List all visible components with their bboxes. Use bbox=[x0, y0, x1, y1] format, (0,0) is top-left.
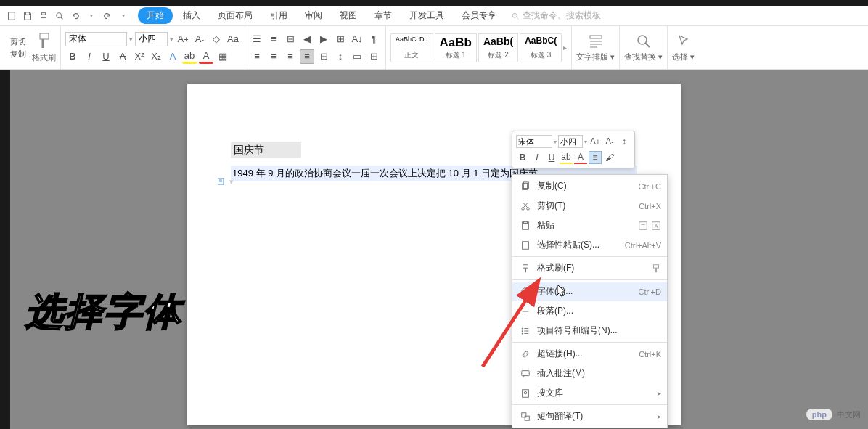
mini-format-painter[interactable]: 🖌 bbox=[603, 151, 616, 164]
undo-icon[interactable] bbox=[70, 10, 81, 22]
tab-references[interactable]: 引用 bbox=[263, 7, 295, 25]
increase-indent-button[interactable]: ▶ bbox=[316, 32, 331, 46]
ctx-copy[interactable]: 复制(C) Ctrl+C bbox=[512, 176, 667, 196]
subscript-button[interactable]: X₂ bbox=[149, 49, 163, 64]
redo-dropdown[interactable]: ▾ bbox=[118, 10, 129, 22]
painter-side-icon[interactable] bbox=[651, 263, 661, 274]
mini-increase-font[interactable]: A+ bbox=[589, 135, 602, 148]
font-icon: T bbox=[518, 287, 533, 297]
borders-button[interactable]: ⊞ bbox=[367, 49, 381, 64]
numbering-button[interactable]: ≡ bbox=[266, 32, 281, 46]
font-color-button[interactable]: A bbox=[199, 49, 213, 64]
align-right-button[interactable]: ≡ bbox=[283, 49, 298, 64]
superscript-button[interactable]: X² bbox=[132, 49, 147, 64]
svg-line-22 bbox=[523, 202, 528, 207]
mini-font-name[interactable] bbox=[516, 135, 552, 148]
bold-button[interactable]: B bbox=[65, 49, 80, 64]
increase-font-icon[interactable]: A+ bbox=[176, 32, 190, 46]
mini-font-color[interactable]: A bbox=[574, 151, 587, 164]
svg-rect-8 bbox=[40, 33, 49, 39]
preview-icon[interactable] bbox=[54, 10, 65, 22]
mini-font-size[interactable] bbox=[558, 135, 583, 148]
mini-align[interactable]: ≡ bbox=[589, 151, 602, 164]
svg-point-40 bbox=[522, 327, 523, 329]
align-left-button[interactable]: ≡ bbox=[250, 49, 264, 64]
highlight-button[interactable]: ab bbox=[182, 49, 197, 64]
shading-button[interactable]: ▦ bbox=[216, 49, 230, 64]
ctx-translate[interactable]: 短句翻译(T) ▸ bbox=[512, 406, 667, 426]
tab-member[interactable]: 会员专享 bbox=[454, 7, 504, 25]
decrease-font-icon[interactable]: A- bbox=[192, 32, 207, 46]
shading-para-button[interactable]: ▭ bbox=[350, 49, 364, 64]
tab-review[interactable]: 审阅 bbox=[298, 7, 329, 25]
ctx-comment[interactable]: 插入批注(M) bbox=[512, 364, 667, 383]
bullets-button[interactable]: ☰ bbox=[250, 32, 264, 46]
text-layout-icon[interactable] bbox=[587, 33, 605, 50]
cut-button[interactable]: 剪切 bbox=[10, 36, 26, 47]
mini-decrease-font[interactable]: A- bbox=[603, 135, 616, 148]
mini-underline[interactable]: U bbox=[545, 151, 558, 164]
format-painter-icon[interactable] bbox=[36, 32, 53, 51]
mini-highlight[interactable]: ab bbox=[560, 151, 573, 164]
copy-icon bbox=[518, 181, 533, 192]
font-name-select[interactable] bbox=[65, 32, 127, 46]
style-heading3[interactable]: AaBbC( 标题 3 bbox=[520, 33, 562, 62]
collapse-icon[interactable]: ▾ bbox=[229, 177, 234, 187]
ctx-hyperlink[interactable]: 超链接(H)... Ctrl+K bbox=[512, 344, 667, 364]
tab-start[interactable]: 开始 bbox=[138, 7, 173, 24]
tab-developer[interactable]: 开发工具 bbox=[402, 7, 451, 25]
mini-italic[interactable]: I bbox=[531, 151, 544, 164]
decrease-indent-button[interactable]: ◀ bbox=[300, 32, 314, 46]
paste-option2-icon[interactable]: A bbox=[651, 221, 661, 231]
font-size-select[interactable] bbox=[135, 32, 168, 46]
line-spacing-button[interactable]: ↕ bbox=[333, 49, 348, 64]
style-heading1[interactable]: AaBb 标题 1 bbox=[435, 33, 477, 62]
ctx-format-painter[interactable]: 格式刷(F) bbox=[512, 258, 667, 278]
tab-insert[interactable]: 插入 bbox=[176, 7, 208, 25]
undo-dropdown[interactable]: ▾ bbox=[86, 10, 97, 22]
command-search[interactable]: 查找命令、搜索模板 bbox=[511, 9, 601, 22]
clear-format-icon[interactable]: ◇ bbox=[209, 32, 224, 46]
print-icon[interactable] bbox=[38, 10, 49, 22]
distribute-button[interactable]: ⊞ bbox=[316, 49, 331, 64]
tab-layout[interactable]: 页面布局 bbox=[210, 7, 260, 25]
text-effects-button[interactable]: A bbox=[165, 49, 180, 64]
chevron-right-icon: ▸ bbox=[658, 412, 661, 420]
style-heading2[interactable]: AaBb( 标题 2 bbox=[478, 33, 518, 62]
underline-button[interactable]: U bbox=[99, 49, 113, 64]
styles-more[interactable]: ▸ bbox=[563, 44, 567, 52]
find-replace-icon[interactable] bbox=[635, 33, 652, 50]
italic-button[interactable]: I bbox=[82, 49, 97, 64]
align-center-button[interactable]: ≡ bbox=[266, 49, 281, 64]
ctx-search-lib[interactable]: 搜文库 ▸ bbox=[512, 383, 667, 403]
copy-button[interactable]: 复制 bbox=[10, 49, 26, 60]
ctx-font[interactable]: T 字体(F)... Ctrl+D bbox=[512, 282, 667, 301]
select-icon[interactable] bbox=[675, 33, 692, 50]
strike-button[interactable]: A bbox=[115, 49, 130, 64]
save-icon[interactable] bbox=[22, 10, 33, 22]
mini-bold[interactable]: B bbox=[516, 151, 529, 164]
change-case-icon[interactable]: Aa bbox=[226, 32, 240, 46]
paste-option1-icon[interactable] bbox=[638, 221, 648, 231]
sort-button[interactable]: A↓ bbox=[350, 32, 364, 46]
ctx-paragraph[interactable]: 段落(P)... bbox=[512, 301, 667, 321]
mini-line-spacing[interactable]: ↕ bbox=[618, 135, 631, 148]
tab-chapter[interactable]: 章节 bbox=[367, 7, 399, 25]
ctx-cut[interactable]: 剪切(T) Ctrl+X bbox=[512, 196, 667, 216]
align-justify-button[interactable]: ≡ bbox=[300, 49, 314, 64]
show-marks-button[interactable]: ¶ bbox=[367, 32, 381, 46]
document-title[interactable]: 国庆节 bbox=[231, 142, 301, 158]
svg-line-5 bbox=[61, 17, 63, 19]
tab-view[interactable]: 视图 bbox=[332, 7, 364, 25]
svg-rect-47 bbox=[523, 389, 529, 397]
multilevel-button[interactable]: ⊟ bbox=[283, 32, 298, 46]
redo-icon[interactable] bbox=[102, 10, 113, 22]
chevron-right-icon: ▸ bbox=[658, 389, 661, 397]
cut-icon bbox=[518, 201, 533, 211]
ctx-paste-special[interactable]: 选择性粘贴(S)... Ctrl+Alt+V bbox=[512, 235, 667, 255]
new-icon[interactable] bbox=[6, 10, 17, 22]
tab-settings-button[interactable]: ⊞ bbox=[333, 32, 348, 46]
ctx-bullets[interactable]: 项目符号和编号(N)... bbox=[512, 321, 667, 340]
style-normal[interactable]: AaBbCcDd 正文 bbox=[390, 33, 433, 62]
ctx-paste[interactable]: 粘贴 A bbox=[512, 216, 667, 235]
